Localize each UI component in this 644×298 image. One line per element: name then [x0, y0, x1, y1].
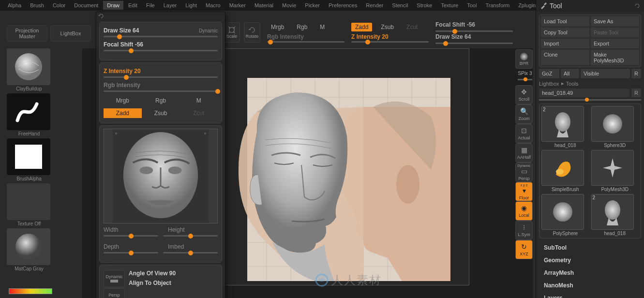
- save-as-button[interactable]: Save As: [591, 16, 639, 26]
- menu-edit[interactable]: Edit: [124, 1, 141, 10]
- menu-picker[interactable]: Picker: [301, 1, 324, 10]
- menu-color[interactable]: Color: [49, 1, 69, 10]
- svg-point-25: [168, 166, 182, 174]
- zadd-row[interactable]: ZaddZsubZcut: [104, 108, 218, 118]
- tool-cell-head_018[interactable]: 2head_018: [591, 194, 639, 236]
- clone-button[interactable]: Clone: [541, 50, 589, 65]
- projection-master-button[interactable]: Projection Master: [7, 25, 47, 42]
- tool-scroll-slider[interactable]: [539, 99, 641, 101]
- menu-movie[interactable]: Movie: [278, 1, 300, 10]
- rgb-intensity-slider-panel[interactable]: [104, 90, 218, 92]
- menu-layer[interactable]: Layer: [160, 1, 181, 10]
- height-slider[interactable]: [163, 235, 218, 237]
- menu-transform[interactable]: Transform: [481, 1, 513, 10]
- draw-size-slider[interactable]: [435, 43, 513, 44]
- mrgb-row[interactable]: MrgbRgbM: [104, 96, 218, 105]
- aov-slider[interactable]: Angle Of View 90: [129, 270, 176, 277]
- aahalf-icon[interactable]: ▦AAHalf: [515, 143, 533, 163]
- subpanel-nanomesh[interactable]: NanoMesh: [539, 279, 641, 292]
- menu-render[interactable]: Render: [362, 1, 387, 10]
- right-icon-column: BPR SPix 3 ✥Scroll🔍Zoom⊡Actual▦AAHalfDyn…: [515, 49, 535, 259]
- watermark: 人人素材: [315, 272, 382, 288]
- top-shelf: Scale Rotate Mrgb Rgb M Rgb Intensity Za…: [203, 19, 533, 45]
- r-button[interactable]: R: [631, 89, 641, 97]
- brush-preview[interactable]: + +: [104, 129, 218, 224]
- export-button[interactable]: Export: [591, 39, 639, 48]
- tool-cell-head_018[interactable]: 2head_018: [541, 106, 589, 148]
- menu-preferences[interactable]: Preferences: [325, 1, 361, 10]
- menu-macro[interactable]: Macro: [202, 1, 225, 10]
- import-button[interactable]: Import: [541, 39, 589, 48]
- menu-draw[interactable]: Draw: [103, 1, 123, 10]
- lightbox-button[interactable]: LightBox: [50, 25, 91, 42]
- make-polymesh-button[interactable]: Make PolyMesh3D: [591, 50, 639, 65]
- menu-marker[interactable]: Marker: [225, 1, 250, 10]
- draw-palette[interactable]: Draw Size 64Dynamic Focal Shift -56 Z In…: [96, 12, 225, 298]
- goz-button[interactable]: GoZ: [539, 69, 559, 78]
- refresh-icon[interactable]: [634, 3, 640, 9]
- width-slider[interactable]: [104, 235, 158, 237]
- current-tool-name[interactable]: head_018.49: [539, 89, 629, 97]
- xyz-icon[interactable]: ↻XYZ: [515, 240, 533, 259]
- goz-r-button[interactable]: R: [631, 69, 641, 78]
- subpanel-geometry[interactable]: Geometry: [539, 254, 641, 267]
- color-gradient[interactable]: [9, 288, 52, 294]
- z-toggles[interactable]: Zadd Zsub Zcut: [351, 23, 429, 31]
- load-tool-button[interactable]: Load Tool: [541, 16, 589, 26]
- floor-icon[interactable]: x y z▾Floor: [515, 182, 533, 201]
- svg-text:+: +: [204, 131, 207, 136]
- menu-texture[interactable]: Texture: [437, 1, 462, 10]
- zoom-icon[interactable]: 🔍Zoom: [515, 104, 533, 124]
- refresh-icon[interactable]: [98, 13, 104, 19]
- brush-thumb[interactable]: ClayBuildup: [7, 48, 51, 91]
- breadcrumb[interactable]: Lightbox▸Tools: [539, 80, 641, 87]
- persp-icon[interactable]: Dynamic▭Persp: [515, 163, 533, 182]
- menu-file[interactable]: File: [142, 1, 159, 10]
- menu-stencil[interactable]: Stencil: [388, 1, 412, 10]
- dynamic-toggle[interactable]: Dynamic: [104, 270, 125, 287]
- draw-size-slider-panel[interactable]: [104, 36, 218, 37]
- scroll-icon[interactable]: ✥Scroll: [515, 85, 533, 104]
- menu-document[interactable]: Document: [70, 1, 102, 10]
- goz-all-button[interactable]: All: [561, 69, 579, 78]
- align-button[interactable]: Align To Object: [129, 280, 176, 286]
- tool-cell-polysphere[interactable]: PolySphere: [541, 194, 589, 236]
- subpanel-subtool[interactable]: SubTool: [539, 241, 641, 254]
- tool-cell-sphere3d[interactable]: Sphere3D: [591, 106, 639, 148]
- imbed-slider[interactable]: [163, 252, 218, 253]
- depth-slider[interactable]: [104, 252, 158, 253]
- actual-icon[interactable]: ⊡Actual: [515, 124, 533, 143]
- local-icon[interactable]: ◉Local: [515, 201, 533, 221]
- tool-cell-simplebrush[interactable]: SimpleBrush: [541, 150, 589, 192]
- menu-stroke[interactable]: Stroke: [413, 1, 436, 10]
- menu-tool[interactable]: Tool: [463, 1, 480, 10]
- spix-slider[interactable]: SPix 3: [515, 71, 535, 76]
- subpanel-arraymesh[interactable]: ArrayMesh: [539, 267, 641, 279]
- tool-cell-polymesh3d[interactable]: PolyMesh3D: [591, 150, 639, 192]
- material-thumb[interactable]: MatCap Gray: [7, 228, 51, 271]
- z-intensity-slider-panel[interactable]: [104, 76, 218, 78]
- tool-panel: Tool Load Tool Save As Copy Tool Paste T…: [536, 0, 644, 298]
- focal-shift-slider[interactable]: [435, 30, 513, 32]
- focal-slider-panel[interactable]: [104, 50, 218, 51]
- menu-material[interactable]: Material: [251, 1, 277, 10]
- rotate-button[interactable]: Rotate: [244, 22, 260, 43]
- bpr-button[interactable]: BPR: [515, 49, 533, 69]
- lsym-icon[interactable]: ⁝L.Sym: [515, 221, 533, 240]
- menu-brush[interactable]: Brush: [26, 1, 48, 10]
- goz-visible-button[interactable]: Visible: [581, 69, 630, 78]
- copy-tool-button[interactable]: Copy Tool: [541, 28, 589, 37]
- rgb-toggles[interactable]: Mrgb Rgb M: [267, 23, 344, 31]
- svg-point-32: [556, 169, 564, 175]
- scale-button[interactable]: Scale: [224, 22, 240, 43]
- subpanel-layers[interactable]: Layers: [539, 292, 641, 298]
- menu-light[interactable]: Light: [181, 1, 201, 10]
- paste-tool-button[interactable]: Paste Tool: [591, 28, 639, 37]
- rgb-intensity-slider[interactable]: [267, 41, 344, 43]
- menu-alpha[interactable]: Alpha: [4, 1, 25, 10]
- stroke-thumb[interactable]: FreeHand: [7, 93, 51, 136]
- alpha-thumb[interactable]: BrushAlpha: [7, 138, 51, 181]
- persp-toggle[interactable]: Persp: [104, 288, 125, 298]
- z-intensity-slider[interactable]: [351, 41, 429, 43]
- texture-thumb[interactable]: Texture Off: [7, 183, 51, 226]
